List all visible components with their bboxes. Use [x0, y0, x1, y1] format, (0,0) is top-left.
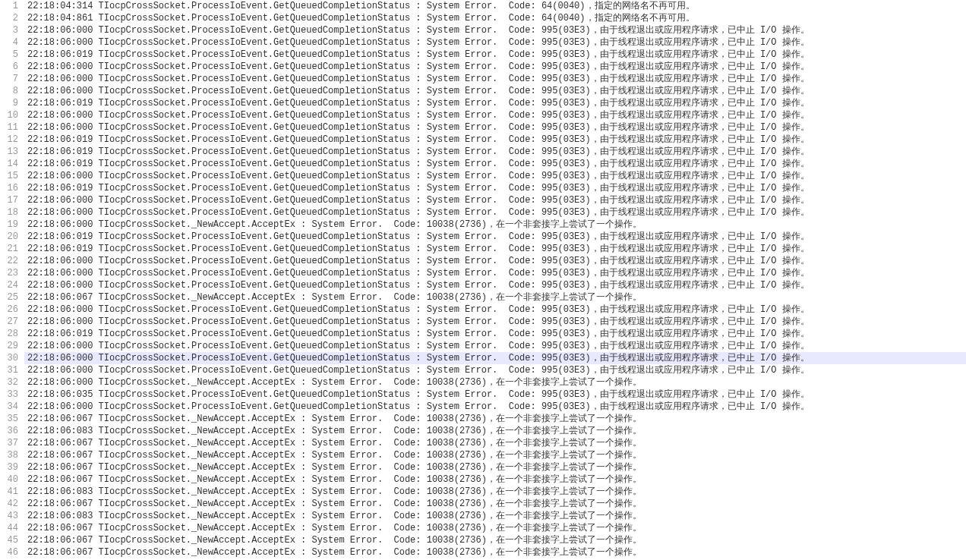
log-line[interactable]: 22:18:06:019 TIocpCrossSocket.ProcessIoE…	[24, 328, 966, 340]
log-line[interactable]: 22:18:06:019 TIocpCrossSocket.ProcessIoE…	[24, 146, 966, 158]
line-number: 2	[3, 12, 18, 24]
log-line[interactable]: 22:18:06:000 TIocpCrossSocket.ProcessIoE…	[24, 24, 966, 36]
log-line[interactable]: 22:18:06:000 TIocpCrossSocket.ProcessIoE…	[24, 194, 966, 206]
log-line[interactable]: 22:18:06:000 TIocpCrossSocket.ProcessIoE…	[24, 316, 966, 328]
line-number: 23	[3, 267, 18, 279]
line-number: 40	[3, 473, 18, 486]
line-number: 46	[3, 546, 18, 558]
line-number: 18	[3, 206, 18, 219]
log-line[interactable]: 22:18:06:000 TIocpCrossSocket.ProcessIoE…	[24, 304, 966, 316]
line-number: 39	[3, 461, 18, 473]
log-line[interactable]: 22:18:06:000 TIocpCrossSocket.ProcessIoE…	[24, 279, 966, 291]
line-number: 21	[3, 243, 18, 255]
log-line[interactable]: 22:18:06:067 TIocpCrossSocket._NewAccept…	[24, 449, 966, 461]
log-line[interactable]: 22:18:06:019 TIocpCrossSocket.ProcessIoE…	[24, 182, 966, 194]
line-number: 22	[3, 255, 18, 267]
log-line[interactable]: 22:18:06:067 TIocpCrossSocket._NewAccept…	[24, 546, 966, 558]
line-number: 43	[3, 510, 18, 522]
log-line[interactable]: 22:18:06:035 TIocpCrossSocket.ProcessIoE…	[24, 389, 966, 401]
log-line[interactable]: 22:18:06:019 TIocpCrossSocket.ProcessIoE…	[24, 49, 966, 61]
log-line[interactable]: 22:18:06:083 TIocpCrossSocket._NewAccept…	[24, 486, 966, 498]
line-number: 38	[3, 449, 18, 461]
log-line[interactable]: 22:18:06:067 TIocpCrossSocket._NewAccept…	[24, 498, 966, 510]
line-number: 44	[3, 522, 18, 534]
log-line[interactable]: 22:18:06:000 TIocpCrossSocket._NewAccept…	[24, 376, 966, 389]
line-number: 28	[3, 328, 18, 340]
log-line[interactable]: 22:18:06:000 TIocpCrossSocket.ProcessIoE…	[24, 206, 966, 219]
line-number: 42	[3, 498, 18, 510]
log-editor[interactable]: 1234567891011121314151617181920212223242…	[0, 0, 966, 558]
log-line[interactable]: 22:18:06:019 TIocpCrossSocket.ProcessIoE…	[24, 243, 966, 255]
line-number: 37	[3, 437, 18, 449]
log-line[interactable]: 22:18:06:067 TIocpCrossSocket._NewAccept…	[24, 413, 966, 425]
log-line[interactable]: 22:18:06:067 TIocpCrossSocket._NewAccept…	[24, 522, 966, 534]
log-line[interactable]: 22:18:06:083 TIocpCrossSocket._NewAccept…	[24, 510, 966, 522]
line-number: 10	[3, 109, 18, 121]
log-line[interactable]: 22:18:06:000 TIocpCrossSocket.ProcessIoE…	[24, 61, 966, 73]
line-number: 13	[3, 146, 18, 158]
line-number: 27	[3, 316, 18, 328]
line-number: 35	[3, 413, 18, 425]
log-line[interactable]: 22:18:06:000 TIocpCrossSocket.ProcessIoE…	[24, 267, 966, 279]
log-line[interactable]: 22:18:04:314 TIocpCrossSocket.ProcessIoE…	[24, 0, 966, 12]
log-line[interactable]: 22:18:06:000 TIocpCrossSocket.ProcessIoE…	[24, 109, 966, 121]
line-number: 34	[3, 401, 18, 413]
line-number: 1	[3, 0, 18, 12]
line-number: 3	[3, 24, 18, 36]
line-number: 16	[3, 182, 18, 194]
log-line[interactable]: 22:18:06:019 TIocpCrossSocket.ProcessIoE…	[24, 158, 966, 170]
line-number: 31	[3, 364, 18, 376]
line-number: 30	[3, 352, 18, 364]
log-line[interactable]: 22:18:06:019 TIocpCrossSocket.ProcessIoE…	[24, 97, 966, 109]
line-number: 5	[3, 49, 18, 61]
line-number: 11	[3, 121, 18, 134]
line-number: 17	[3, 194, 18, 206]
line-number: 25	[3, 291, 18, 304]
line-number: 9	[3, 97, 18, 109]
line-number: 6	[3, 61, 18, 73]
line-number: 29	[3, 340, 18, 352]
log-line[interactable]: 22:18:06:000 TIocpCrossSocket.ProcessIoE…	[24, 401, 966, 413]
log-line[interactable]: 22:18:06:019 TIocpCrossSocket.ProcessIoE…	[24, 231, 966, 243]
log-line[interactable]: 22:18:04:861 TIocpCrossSocket.ProcessIoE…	[24, 12, 966, 24]
line-number: 33	[3, 389, 18, 401]
log-line[interactable]: 22:18:06:000 TIocpCrossSocket.ProcessIoE…	[24, 364, 966, 376]
log-lines-container[interactable]: 22:18:04:314 TIocpCrossSocket.ProcessIoE…	[24, 0, 966, 558]
line-number: 36	[3, 425, 18, 437]
log-line[interactable]: 22:18:06:067 TIocpCrossSocket._NewAccept…	[24, 291, 966, 304]
log-line[interactable]: 22:18:06:019 TIocpCrossSocket.ProcessIoE…	[24, 134, 966, 146]
log-line[interactable]: 22:18:06:000 TIocpCrossSocket.ProcessIoE…	[24, 352, 966, 364]
log-line[interactable]: 22:18:06:000 TIocpCrossSocket.ProcessIoE…	[24, 255, 966, 267]
log-line[interactable]: 22:18:06:000 TIocpCrossSocket.ProcessIoE…	[24, 340, 966, 352]
log-line[interactable]: 22:18:06:000 TIocpCrossSocket.ProcessIoE…	[24, 85, 966, 97]
log-line[interactable]: 22:18:06:067 TIocpCrossSocket._NewAccept…	[24, 534, 966, 546]
log-line[interactable]: 22:18:06:067 TIocpCrossSocket._NewAccept…	[24, 437, 966, 449]
line-number: 19	[3, 219, 18, 231]
line-number: 14	[3, 158, 18, 170]
line-number: 8	[3, 85, 18, 97]
line-number-gutter: 1234567891011121314151617181920212223242…	[0, 0, 24, 558]
line-number: 20	[3, 231, 18, 243]
log-line[interactable]: 22:18:06:000 TIocpCrossSocket.ProcessIoE…	[24, 170, 966, 182]
line-number: 4	[3, 36, 18, 49]
log-line[interactable]: 22:18:06:083 TIocpCrossSocket._NewAccept…	[24, 425, 966, 437]
log-line[interactable]: 22:18:06:067 TIocpCrossSocket._NewAccept…	[24, 461, 966, 473]
line-number: 45	[3, 534, 18, 546]
line-number: 41	[3, 486, 18, 498]
line-number: 7	[3, 73, 18, 85]
line-number: 26	[3, 304, 18, 316]
log-line[interactable]: 22:18:06:000 TIocpCrossSocket.ProcessIoE…	[24, 36, 966, 49]
log-line[interactable]: 22:18:06:000 TIocpCrossSocket._NewAccept…	[24, 219, 966, 231]
line-number: 15	[3, 170, 18, 182]
line-number: 32	[3, 376, 18, 389]
line-number: 12	[3, 134, 18, 146]
log-line[interactable]: 22:18:06:000 TIocpCrossSocket.ProcessIoE…	[24, 121, 966, 134]
log-line[interactable]: 22:18:06:067 TIocpCrossSocket._NewAccept…	[24, 473, 966, 486]
line-number: 24	[3, 279, 18, 291]
log-line[interactable]: 22:18:06:000 TIocpCrossSocket.ProcessIoE…	[24, 73, 966, 85]
